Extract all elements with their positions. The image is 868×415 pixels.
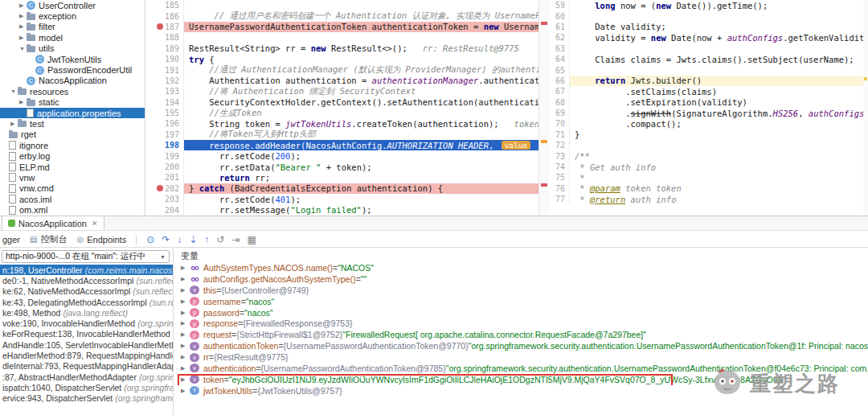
chevron-collapsed-icon[interactable]: ▶ [181,331,190,338]
drop-frame-icon[interactable]: ↺ [216,235,224,244]
line-number-gutter[interactable]: 191 [145,64,184,75]
line-number-gutter[interactable]: 63 [549,43,570,54]
variable-row-authsystemtypes-nacos-name[interactable]: ▶ooAuthSystemTypes.NACOS.name() = "NACOS… [174,262,868,273]
code-line[interactable]: 71} [549,129,863,140]
frame-row[interactable]: ke:498, Method (java.lang.reflect) [0,307,173,318]
chevron-collapsed-icon[interactable]: ▶ [19,99,27,105]
frame-row[interactable]: :87, AbstractHandlerMethodAdapter (org.s… [0,372,173,382]
code-line[interactable]: 192 Authentication authentication = auth… [145,76,538,86]
line-number-gutter[interactable]: 203 [145,194,184,204]
tree-item-usercontroller[interactable]: ▶CUserController [0,0,145,10]
code-line[interactable]: 64 Claims claims = Jwts.claims().setSubj… [549,54,863,64]
line-number-gutter[interactable]: 66 [549,76,570,86]
code-line[interactable]: 191 //通过 AuthenticationManager (默认实现为 Pr… [145,64,538,75]
step-into-icon[interactable]: ↓ [177,235,182,244]
code-line[interactable]: 73/** [549,150,863,161]
frame-row[interactable]: de0:-1, NativeMethodAccessorImpl (sun.re… [0,275,173,286]
tab-debugger[interactable]: gger [2,235,20,244]
tab-endpoints[interactable]: ◎ Endpoints [76,235,126,244]
code-line[interactable]: 190try { [145,54,538,64]
code-line[interactable]: 63 [549,43,863,54]
code-line[interactable]: 72 [549,140,863,150]
chevron-expanded-icon[interactable]: ▼ [19,46,27,51]
thread-selector[interactable]: http-nio-9000-...0 在组 "main": 运行中 ▼ [2,250,170,263]
tree-item-test[interactable]: ▶test [0,118,145,129]
tree-item-resources[interactable]: ▼resources [0,86,145,97]
line-number-gutter[interactable]: 185 [145,0,184,10]
variable-row-authconfigs-getnacosauthsystemtype[interactable]: ▶ooauthConfigs.getNacosAuthSystemType() … [174,273,868,285]
line-number-gutter[interactable]: 189 [145,43,184,54]
variable-row-response[interactable]: ▶presponse = {FirewalledResponse@9753} [174,318,868,329]
line-number-gutter[interactable]: 194 [145,97,184,108]
chevron-collapsed-icon[interactable]: ▶ [10,121,18,127]
chevron-collapsed-icon[interactable]: ▶ [181,276,190,282]
code-line[interactable]: 185 [145,0,538,10]
chevron-collapsed-icon[interactable]: ▶ [19,2,27,9]
code-line[interactable]: 69 .signWith(SignatureAlgorithm.HS256, a… [549,108,863,118]
variable-row-password[interactable]: ▶ppassword = "nacos" [174,307,868,318]
chevron-collapsed-icon[interactable]: ▶ [181,388,190,394]
line-number-gutter[interactable]: 67 [549,86,570,97]
tree-item-exception[interactable]: ▶exception [0,10,145,21]
code-line[interactable]: 189RestResult<String> rr = new RestResul… [145,43,538,54]
line-number-gutter[interactable]: 64 [549,54,570,64]
evaluate-expression-icon[interactable]: ▦ [247,235,256,244]
code-line[interactable]: 198 response.addHeader(NacosAuthConfig.A… [145,140,538,150]
frame-row[interactable]: ervice:943, DispatcherServlet (org.sprin… [0,393,173,404]
tree-item-vnw[interactable]: vnw [0,172,145,183]
variable-row-request[interactable]: ▶prequest = {StrictHttpFirewall$1@9752} … [174,329,868,340]
editor-main[interactable]: 185186 // 通过用户名和密码创建一个 Authentication 认证… [145,0,538,216]
step-over-icon[interactable]: ↷ [162,235,170,244]
tree-item-passwordencoderutil[interactable]: CPasswordEncoderUtil [0,64,145,75]
code-line[interactable]: 68 .setExpiration(validity) [549,97,863,108]
code-line[interactable]: 186 // 通过用户名和密码创建一个 Authentication 认证对象,… [145,10,538,21]
line-number-gutter[interactable]: 70 [549,118,570,129]
line-number-gutter[interactable]: 71 [549,129,570,140]
breakpoint-icon[interactable] [157,185,163,191]
tree-item-static[interactable]: ▶static [0,97,145,108]
chevron-collapsed-icon[interactable]: ▶ [181,265,190,271]
frame-row[interactable]: ke:62, NativeMethodAccessorImpl (sun.ref… [0,286,173,297]
code-line[interactable]: 75 * [549,172,863,183]
code-line[interactable]: 203 rr.setCode(401); [145,194,538,204]
line-number-gutter[interactable]: 200 [145,162,184,172]
line-number-gutter[interactable]: 60 [549,10,570,21]
code-line[interactable]: 204 rr.setMessage("Login failed"); [145,204,538,215]
code-line[interactable]: 200 rr.setData("Bearer " + token); [145,162,538,172]
code-line[interactable]: 60 [549,10,863,21]
line-number-gutter[interactable]: 202 [145,183,184,194]
line-number-gutter[interactable]: 198 [145,140,184,150]
close-icon[interactable]: ✕ [92,220,98,228]
line-number-gutter[interactable]: 69 [549,108,570,118]
line-number-gutter[interactable]: 201 [145,172,184,183]
line-number-gutter[interactable]: 62 [549,32,570,43]
variable-row-authenticationtoken[interactable]: ▶vauthenticationToken = {UsernamePasswor… [174,340,868,351]
tree-item-om-xml[interactable]: om.xml [0,204,145,215]
tree-item-application-properties[interactable]: application.properties [0,108,145,118]
tab-console[interactable]: ▤ 控制台 [30,233,67,245]
chevron-collapsed-icon[interactable]: ▶ [19,13,27,19]
frame-row[interactable]: voke:190, InvocableHandlerMethod (org.sp… [0,318,173,328]
line-number-gutter[interactable]: 74 [549,162,570,172]
tree-item-filter[interactable]: ▶filter [0,22,145,32]
tree-item-nacosapplication[interactable]: CNacosApplication [0,76,145,86]
line-number-gutter[interactable]: 187 [145,22,184,32]
line-number-gutter[interactable]: 73 [549,150,570,161]
tree-item-elp-md[interactable]: ELP.md [0,162,145,172]
code-line[interactable]: 193 //将 Authentication 绑定到 SecurityConte… [145,86,538,97]
code-line[interactable]: 74 * Get auth info [549,162,863,172]
tree-item-model[interactable]: ▶model [0,32,145,43]
code-line[interactable]: 199 rr.setCode(200); [145,150,538,161]
chevron-collapsed-icon[interactable]: ▶ [181,354,190,360]
tree-item-erby-log[interactable]: erby.log [0,150,145,161]
code-line[interactable]: 77 * @return auth info [549,194,863,204]
right-editor-scrollbar[interactable] [863,0,868,216]
line-number-gutter[interactable]: 190 [145,54,184,64]
line-number-gutter[interactable]: 65 [549,64,570,75]
chevron-collapsed-icon[interactable]: ▶ [19,35,27,41]
line-number-gutter[interactable]: 192 [145,76,184,86]
variable-row-username[interactable]: ▶pusername = "nacos" [174,296,868,307]
code-line[interactable]: 196 String token = jwtTokenUtils.createT… [145,118,538,129]
code-line[interactable]: 201 return rr; [145,172,538,183]
line-number-gutter[interactable]: 196 [145,118,184,129]
